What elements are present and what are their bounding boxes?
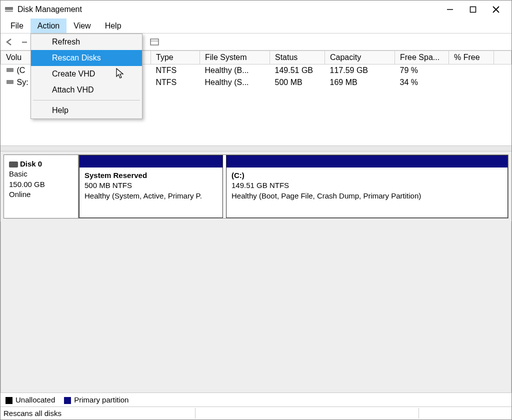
- menu-help[interactable]: Help: [98, 18, 128, 33]
- disk-size: 150.00 GB: [9, 180, 73, 190]
- properties-button[interactable]: [150, 37, 160, 47]
- properties-icon: [150, 38, 159, 46]
- menubar: File Action View Help: [0, 18, 512, 34]
- menu-item-attach-vhd[interactable]: Attach VHD: [31, 82, 142, 98]
- back-button[interactable]: [4, 37, 14, 47]
- legend-primary-label: Primary partition: [74, 396, 128, 404]
- menu-item-create-vhd[interactable]: Create VHD: [31, 66, 142, 82]
- volume-icon: [6, 66, 14, 75]
- cell-volume: (C: [17, 66, 26, 75]
- partition-header: [226, 156, 508, 168]
- swatch-unallocated: [6, 397, 12, 404]
- col-type[interactable]: Type: [151, 51, 200, 64]
- swatch-primary: [64, 397, 71, 404]
- cell-fs: NTFS: [151, 64, 200, 77]
- disk-kind: Basic: [9, 169, 73, 179]
- cell-status: Healthy (B...: [200, 64, 270, 77]
- partition-size: 149.51 GB NTFS: [232, 180, 502, 190]
- toolbar-spacer-icon: [20, 37, 30, 47]
- col-pfree[interactable]: % Free: [449, 51, 494, 64]
- svg-rect-6: [22, 42, 27, 43]
- disk-info: Disk 0 Basic 150.00 GB Online: [4, 155, 79, 218]
- disk-row[interactable]: Disk 0 Basic 150.00 GB Online System Res…: [4, 154, 508, 218]
- col-end[interactable]: [494, 51, 512, 64]
- partition-size: 500 MB NTFS: [84, 180, 218, 190]
- col-capacity[interactable]: Capacity: [325, 51, 395, 64]
- legend-unallocated-label: Unallocated: [16, 396, 55, 404]
- cell-capacity: 149.51 GB: [270, 64, 325, 77]
- svg-rect-1: [5, 10, 13, 12]
- disk-graphical-pane: Disk 0 Basic 150.00 GB Online System Res…: [0, 152, 512, 392]
- window-title: Disk Management: [18, 5, 82, 14]
- cell-free: 169 MB: [325, 76, 395, 88]
- cell-free: 117.59 GB: [325, 64, 395, 77]
- col-status[interactable]: Status: [270, 51, 325, 64]
- partition-status: Healthy (Boot, Page File, Crash Dump, Pr…: [232, 191, 502, 201]
- partition-header: [80, 156, 222, 168]
- menu-separator: [33, 100, 140, 100]
- statusbar-text: Rescans all disks: [4, 409, 62, 418]
- cell-fs: NTFS: [151, 76, 200, 88]
- maximize-button[interactable]: [462, 2, 484, 17]
- statusbar-segment: [418, 408, 508, 418]
- action-dropdown: Refresh Rescan Disks Create VHD Attach V…: [30, 34, 142, 119]
- svg-rect-10: [6, 80, 14, 84]
- partition-title: (C:): [232, 170, 502, 180]
- volume-icon: [6, 78, 14, 87]
- cell-status: Healthy (S...: [200, 76, 270, 88]
- col-free[interactable]: Free Spa...: [395, 51, 449, 64]
- menu-item-help[interactable]: Help: [31, 102, 142, 118]
- menu-view[interactable]: View: [66, 18, 98, 33]
- svg-rect-3: [470, 7, 476, 12]
- maximize-icon: [470, 6, 476, 13]
- statusbar-segment: [195, 408, 285, 418]
- legend-unallocated: Unallocated: [6, 396, 55, 404]
- menu-item-rescan-disks[interactable]: Rescan Disks: [31, 50, 142, 66]
- menu-action[interactable]: Action: [30, 18, 66, 33]
- app-icon: [4, 5, 14, 14]
- partition-system-reserved[interactable]: System Reserved 500 MB NTFS Healthy (Sys…: [79, 155, 223, 218]
- partition-title: System Reserved: [84, 170, 218, 180]
- cell-capacity: 500 MB: [270, 76, 325, 88]
- menu-item-refresh[interactable]: Refresh: [31, 34, 142, 50]
- legend: Unallocated Primary partition: [0, 392, 512, 406]
- minimize-icon: [446, 6, 454, 13]
- cell-pfree: 34 %: [395, 76, 449, 88]
- disk-state: Online: [9, 190, 73, 200]
- disk-name: Disk 0: [20, 160, 42, 168]
- close-button[interactable]: [484, 2, 508, 17]
- svg-rect-9: [6, 68, 14, 72]
- partition-status: Healthy (System, Active, Primary P.: [84, 191, 218, 201]
- svg-rect-0: [5, 7, 13, 10]
- legend-primary: Primary partition: [64, 396, 128, 404]
- close-icon: [492, 6, 500, 14]
- titlebar: Disk Management: [0, 0, 512, 18]
- menu-file[interactable]: File: [4, 18, 30, 33]
- col-fs[interactable]: File System: [200, 51, 270, 64]
- pane-splitter[interactable]: [0, 146, 512, 152]
- cell-pfree: 79 %: [395, 64, 449, 77]
- minimize-button[interactable]: [438, 2, 462, 17]
- graphical-empty-area: [0, 222, 512, 392]
- arrow-left-icon: [5, 38, 14, 46]
- cell-volume: Sy:: [17, 78, 28, 87]
- svg-rect-7: [150, 39, 158, 45]
- statusbar: Rescans all disks: [0, 406, 512, 420]
- partition-c[interactable]: (C:) 149.51 GB NTFS Healthy (Boot, Page …: [226, 155, 508, 218]
- disk-icon: [9, 162, 18, 168]
